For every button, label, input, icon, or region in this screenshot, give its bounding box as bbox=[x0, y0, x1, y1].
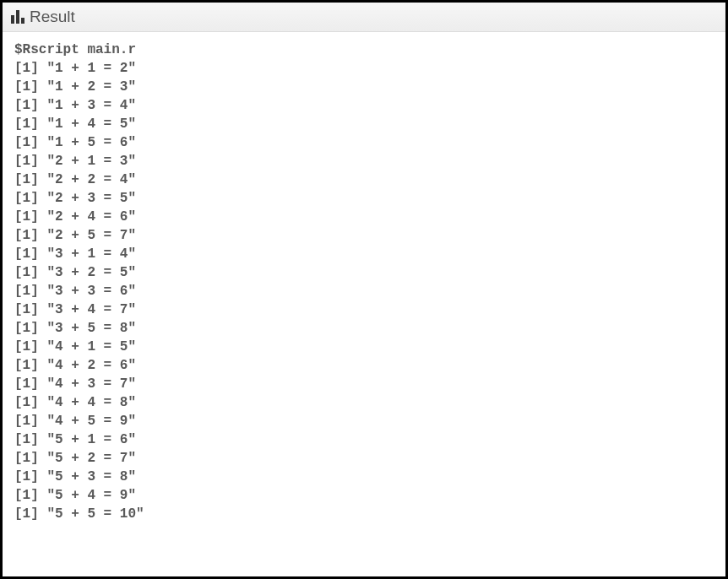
bar-chart-icon bbox=[11, 10, 24, 24]
result-panel: Result $Rscript main.r [1] "1 + 1 = 2" [… bbox=[0, 0, 728, 579]
console-output: $Rscript main.r [1] "1 + 1 = 2" [1] "1 +… bbox=[14, 41, 714, 523]
panel-header: Result bbox=[3, 3, 725, 32]
panel-title: Result bbox=[30, 8, 75, 26]
panel-content: $Rscript main.r [1] "1 + 1 = 2" [1] "1 +… bbox=[3, 32, 725, 576]
